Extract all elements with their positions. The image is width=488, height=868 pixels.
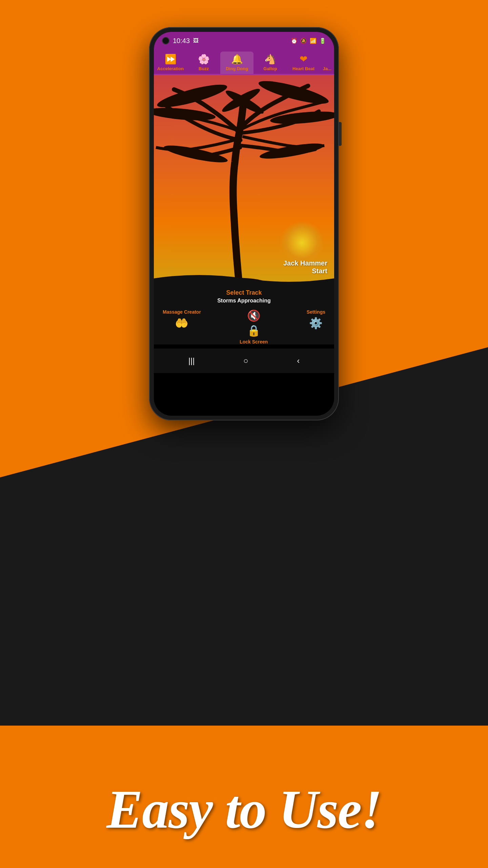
track-name[interactable]: Storms Approaching bbox=[159, 298, 329, 304]
bottom-controls: Select Track Storms Approaching Massage … bbox=[154, 285, 334, 344]
main-image-area: Jack Hammer Start bbox=[154, 75, 334, 285]
nav-bar: ||| ○ ‹ bbox=[154, 349, 334, 373]
acceleration-icon: ⏩ bbox=[165, 54, 177, 65]
mute-icon-button[interactable]: 🔇 bbox=[247, 309, 261, 322]
palm-tree-image bbox=[154, 75, 334, 285]
phone-side-button bbox=[339, 122, 342, 146]
gallop-icon: 🐴 bbox=[264, 54, 276, 65]
tab-ding-dong[interactable]: 🔔 Ding Dong bbox=[220, 52, 253, 74]
massage-creator-button[interactable]: Massage Creator 🤲 bbox=[163, 309, 201, 330]
gallery-icon: 🖼 bbox=[193, 38, 199, 44]
settings-button[interactable]: Settings ⚙️ bbox=[307, 309, 325, 330]
alarm-icon: ⏰ bbox=[291, 38, 298, 44]
tab-gallop-label: Gallop bbox=[263, 66, 277, 71]
nav-recent-icon[interactable]: ||| bbox=[188, 356, 195, 366]
massage-creator-label: Massage Creator bbox=[163, 309, 201, 315]
wave-separator bbox=[154, 272, 334, 285]
tab-bar: ⏩ Acceleration 🌸 Buzz 🔔 Ding Dong 🐴 Gall… bbox=[154, 50, 334, 75]
tab-buzz[interactable]: 🌸 Buzz bbox=[187, 52, 220, 74]
status-bar-right: ⏰ 🔕 📶 🔋 bbox=[291, 38, 326, 44]
tab-ding-dong-label: Ding Dong bbox=[226, 66, 248, 71]
tab-buzz-label: Buzz bbox=[199, 66, 209, 71]
lock-screen-label: Lock Screen bbox=[240, 339, 268, 344]
mute-icon: 🔕 bbox=[300, 38, 307, 44]
ding-dong-icon: 🔔 bbox=[231, 54, 243, 65]
overlay-title: Jack Hammer bbox=[283, 259, 327, 267]
svg-point-0 bbox=[156, 80, 229, 112]
tab-gallop[interactable]: 🐴 Gallop bbox=[253, 52, 287, 74]
mute-and-lock-center: 🔇 🔒 Lock Screen bbox=[240, 309, 268, 344]
tab-jack[interactable]: Ja... bbox=[320, 64, 334, 74]
tagline-text: Easy to Use! bbox=[0, 778, 488, 841]
nav-back-icon[interactable]: ‹ bbox=[297, 356, 300, 366]
phone-mockup: 10:43 🖼 ⏰ 🔕 📶 🔋 ⏩ Acceleration 🌸 bbox=[149, 27, 339, 420]
buzz-icon: 🌸 bbox=[198, 54, 210, 65]
heartbeat-icon: ❤ bbox=[300, 54, 307, 65]
select-track-label[interactable]: Select Track bbox=[159, 289, 329, 296]
tab-acceleration-label: Acceleration bbox=[157, 66, 184, 71]
settings-icon: ⚙️ bbox=[309, 317, 323, 330]
battery-icon: 🔋 bbox=[319, 38, 326, 44]
tab-acceleration[interactable]: ⏩ Acceleration bbox=[154, 52, 187, 74]
tab-heartbeat[interactable]: ❤ Heart Beat bbox=[287, 52, 320, 74]
tab-heartbeat-label: Heart Beat bbox=[292, 66, 314, 71]
lock-icon[interactable]: 🔒 bbox=[247, 324, 261, 337]
wifi-icon: 📶 bbox=[310, 38, 317, 44]
camera-notch bbox=[162, 37, 169, 44]
settings-label: Settings bbox=[307, 309, 325, 315]
phone-outer-frame: 10:43 🖼 ⏰ 🔕 📶 🔋 ⏩ Acceleration 🌸 bbox=[149, 27, 339, 420]
tab-jack-label: Ja... bbox=[323, 66, 331, 71]
nav-home-icon[interactable]: ○ bbox=[243, 356, 248, 366]
massage-creator-icon: 🤲 bbox=[175, 317, 188, 330]
status-bar-left: 10:43 🖼 bbox=[162, 37, 199, 45]
phone-screen: 10:43 🖼 ⏰ 🔕 📶 🔋 ⏩ Acceleration 🌸 bbox=[154, 32, 334, 416]
svg-point-4 bbox=[270, 109, 334, 126]
controls-row: Massage Creator 🤲 🔇 🔒 Lock Screen Settin… bbox=[159, 309, 329, 344]
status-bar: 10:43 🖼 ⏰ 🔕 📶 🔋 bbox=[154, 32, 334, 50]
status-time: 10:43 bbox=[173, 37, 190, 45]
